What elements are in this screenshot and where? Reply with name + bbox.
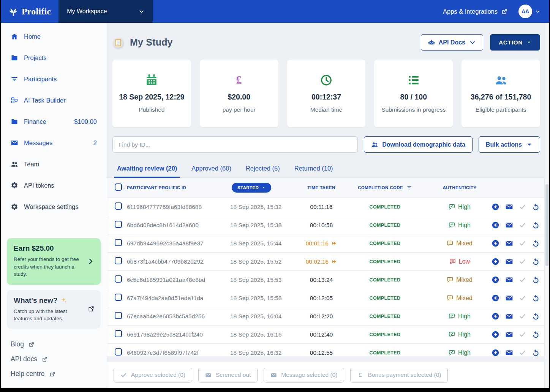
row-checkbox[interactable] (115, 348, 122, 356)
footer-screneed-out-button[interactable]: Screneed out (198, 368, 258, 383)
message-participant-button[interactable] (505, 239, 513, 247)
arrow-left-circle-icon (492, 276, 499, 284)
tab-awaiting-review-20-[interactable]: Awaiting review (20) (117, 165, 177, 177)
action-button[interactable]: ACTION (490, 34, 540, 51)
tab-approved-60-[interactable]: Approved (60) (191, 165, 231, 177)
page-scrollbar[interactable] (544, 23, 549, 388)
column-completion-code[interactable]: COMPLETION CODE (342, 185, 428, 191)
sidebar-item-team[interactable]: Team (1, 153, 107, 175)
download-demographics-button[interactable]: Download demographic data (364, 136, 473, 153)
arrow-left-circle-icon (492, 203, 499, 211)
approve-submission-button[interactable] (519, 221, 526, 229)
message-participant-button[interactable] (505, 276, 513, 284)
bulk-actions-button[interactable]: Bulk actions (479, 136, 540, 153)
message-participant-button[interactable] (505, 203, 513, 211)
undo-icon (532, 312, 540, 320)
approve-submission-button[interactable] (519, 276, 526, 283)
sidebar-item-home[interactable]: Home (1, 26, 107, 47)
approve-submission-button[interactable] (519, 294, 526, 302)
return-participant-button[interactable] (492, 221, 499, 229)
scrollbar-thumb[interactable] (545, 184, 548, 266)
sidebar-item-messages[interactable]: Messages 2 (1, 132, 107, 153)
tab-returned-10-[interactable]: Returned (10) (294, 165, 333, 177)
return-participant-button[interactable] (492, 330, 499, 338)
message-participant-button[interactable] (505, 258, 513, 266)
approve-submission-button[interactable] (519, 349, 526, 356)
column-participant-id: PARTICIPANT PROLIFIC ID (127, 185, 230, 190)
message-participant-button[interactable] (505, 221, 513, 229)
return-participant-button[interactable] (492, 349, 499, 356)
row-actions (492, 276, 549, 284)
footer-message-selected-0--button[interactable]: Message selected (0) (264, 368, 344, 383)
prolific-brand[interactable]: Prolific (1, 6, 58, 17)
table-row: 67a7f494da2aa0d51ede11da 18 Sep 2025, 15… (107, 289, 549, 307)
robot-icon (428, 39, 435, 46)
message-participant-button[interactable] (505, 330, 513, 338)
return-participant-button[interactable] (492, 239, 499, 247)
account-menu[interactable]: AA (518, 5, 540, 18)
workspace-switcher[interactable]: My Workspace (58, 0, 153, 23)
row-checkbox[interactable] (115, 202, 122, 210)
return-participant-button[interactable] (492, 276, 499, 284)
search-input[interactable] (112, 136, 358, 153)
select-all-checkbox[interactable] (115, 183, 122, 191)
apps-integrations-link[interactable]: Apps & Integrations (443, 8, 508, 15)
reject-submission-button[interactable] (532, 221, 540, 229)
mail-icon (505, 239, 513, 247)
sidebar-item-ai-task-builder[interactable]: AI Task Builder (1, 90, 107, 111)
approve-submission-button[interactable] (519, 240, 526, 247)
table-row: 6bd6d08dec8b1614d2a680 18 Sep 2025, 15:3… (107, 216, 549, 234)
row-checkbox[interactable] (115, 294, 122, 301)
sidebar-link-blog[interactable]: Blog (11, 337, 97, 352)
arrow-left-circle-icon (492, 221, 499, 229)
sidebar-item-finance[interactable]: Finance $100.00 (1, 111, 107, 132)
approve-submission-button[interactable] (519, 258, 526, 265)
column-started-sort[interactable]: STARTED (232, 183, 271, 193)
api-docs-button[interactable]: API Docs (421, 34, 483, 51)
message-participant-button[interactable] (505, 294, 513, 302)
reject-submission-button[interactable] (532, 239, 540, 247)
return-participant-button[interactable] (492, 294, 499, 302)
sidebar-item-api-tokens[interactable]: API tokens (1, 175, 107, 196)
reject-submission-button[interactable] (532, 276, 540, 284)
mail-icon (505, 294, 513, 302)
row-checkbox[interactable] (115, 275, 122, 283)
message-participant-button[interactable] (505, 312, 513, 320)
row-checkbox[interactable] (115, 239, 122, 246)
reject-submission-button[interactable] (532, 203, 540, 211)
return-participant-button[interactable] (492, 312, 499, 320)
check-icon (519, 240, 526, 247)
row-checkbox[interactable] (115, 221, 122, 228)
download-demographics-label: Download demographic data (382, 141, 465, 148)
sidebar-item-workspace-settings[interactable]: Workspace settings (1, 196, 107, 217)
whats-new-card[interactable]: What's new? Catch up with the latest fea… (7, 290, 101, 329)
approve-submission-button[interactable] (519, 203, 526, 210)
sidebar-item-projects[interactable]: Projects (1, 47, 107, 68)
return-participant-button[interactable] (492, 203, 499, 211)
message-participant-button[interactable] (505, 349, 513, 356)
reject-submission-button[interactable] (532, 330, 540, 338)
reject-submission-button[interactable] (532, 312, 540, 320)
tab-rejected-5-[interactable]: Rejected (5) (246, 165, 280, 177)
approve-submission-button[interactable] (519, 313, 526, 320)
footer-bonus-payment-selected-0--button[interactable]: £ Bonus payment selected (0) (350, 368, 448, 383)
main-content: My Study API Docs ACTION 18 Sep 2025, 12… (107, 23, 549, 388)
table-row: 6460927c3d7f6589f97f742f 18 Sep 2025, 16… (107, 343, 549, 356)
footer-approve-selected-0--button[interactable]: Approve selected (0) (114, 368, 192, 383)
table-row: 697db9449692c35a4a8f9e37 18 Sep 2025, 15… (107, 234, 549, 252)
reject-submission-button[interactable] (532, 294, 540, 302)
row-checkbox[interactable] (115, 257, 122, 264)
approve-submission-button[interactable] (519, 331, 526, 338)
sidebar-link-help-centre[interactable]: Help centre (11, 367, 97, 381)
reject-submission-button[interactable] (532, 349, 540, 356)
stat-label: Submissions in progress (381, 106, 446, 113)
completion-code: COMPLETED (342, 296, 428, 301)
reject-submission-button[interactable] (532, 258, 540, 266)
row-checkbox[interactable] (115, 330, 122, 337)
row-checkbox[interactable] (115, 312, 122, 319)
referral-card[interactable]: Earn $25.00 Refer your friends to get fr… (7, 238, 101, 285)
return-participant-button[interactable] (492, 258, 499, 266)
sidebar-item-participants[interactable]: Participants (1, 68, 107, 90)
sidebar-link-api-docs[interactable]: API docs (11, 352, 97, 367)
footer-button-label: Approve selected (0) (131, 371, 185, 378)
